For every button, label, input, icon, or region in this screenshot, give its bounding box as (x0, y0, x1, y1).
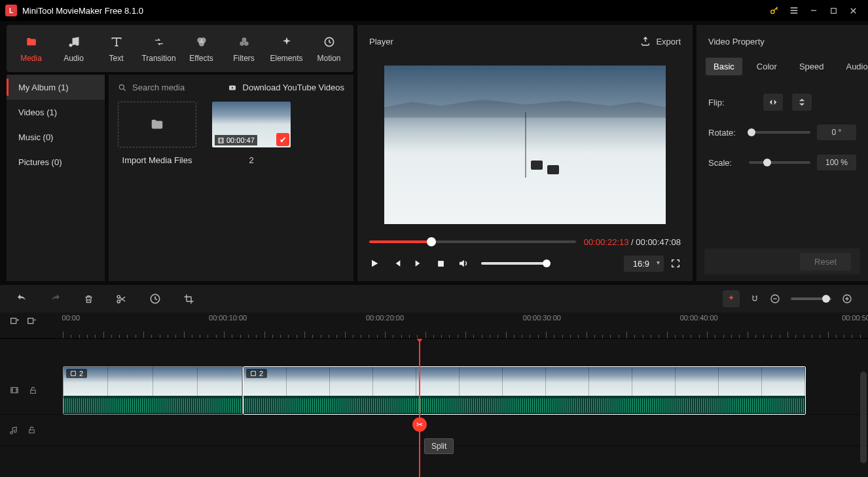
category-pictures[interactable]: Pictures (0) (7, 149, 105, 174)
svg-rect-24 (251, 372, 256, 376)
search-icon (118, 83, 127, 92)
properties-panel: Video Property Basic Color Speed Audio F… (696, 25, 868, 281)
youtube-icon (227, 84, 238, 92)
app-logo-icon: L (5, 5, 17, 16)
auto-adjust-button[interactable] (723, 290, 740, 307)
category-list: My Album (1) Videos (1) Music (0) Pictur… (7, 75, 105, 281)
flip-horizontal-button[interactable] (763, 94, 783, 111)
volume-button[interactable] (458, 258, 469, 269)
next-frame-button[interactable] (414, 258, 424, 269)
rotate-slider[interactable] (749, 131, 810, 134)
flip-vertical-button[interactable] (792, 94, 812, 111)
svg-rect-20 (28, 318, 33, 324)
prev-frame-button[interactable] (391, 258, 402, 269)
scale-value[interactable]: 100 % (817, 155, 856, 170)
text-icon (110, 35, 123, 49)
timeline-clip-2[interactable]: 2 (243, 366, 806, 415)
minimize-button[interactable] (804, 1, 823, 20)
tab-color[interactable]: Color (749, 58, 785, 75)
clip-duration-badge: 00:00:47 (215, 135, 257, 145)
flip-label: Flip: (708, 98, 749, 107)
tab-transition[interactable]: Transition (138, 28, 179, 69)
film-icon (217, 137, 225, 144)
volume-slider[interactable] (481, 262, 547, 265)
download-label: Download YouTube Videos (243, 83, 344, 92)
export-button[interactable]: Export (640, 36, 681, 47)
video-preview[interactable] (384, 66, 666, 224)
svg-rect-13 (438, 261, 444, 267)
remove-track-button[interactable] (26, 316, 37, 327)
license-key-icon[interactable] (765, 1, 784, 20)
properties-title: Video Property (708, 37, 765, 47)
seek-knob[interactable] (427, 237, 436, 246)
speed-button[interactable] (149, 293, 161, 305)
effects-icon (195, 35, 208, 49)
add-track-button[interactable] (9, 316, 20, 327)
magnet-button[interactable] (750, 294, 759, 304)
import-label: Import Media Files (122, 155, 192, 165)
timeline-scrollbar[interactable] (860, 372, 867, 463)
tab-elements[interactable]: Elements (266, 28, 307, 69)
timeline-toolbar (0, 285, 868, 313)
seek-bar[interactable] (369, 240, 576, 243)
tab-audio-prop[interactable]: Audio (838, 58, 868, 75)
crop-button[interactable] (183, 294, 194, 305)
svg-rect-19 (11, 318, 16, 324)
split-handle-icon[interactable]: ✂ (412, 417, 427, 432)
tab-text[interactable]: Text (96, 28, 137, 69)
menu-icon[interactable] (784, 1, 804, 20)
svg-rect-21 (11, 387, 18, 392)
tab-basic[interactable]: Basic (706, 58, 742, 75)
play-button[interactable] (369, 258, 380, 269)
tab-media[interactable]: Media (10, 28, 52, 69)
aspect-ratio-select[interactable]: 16:9 (624, 256, 664, 272)
tab-motion[interactable]: Motion (308, 28, 350, 69)
svg-rect-22 (31, 390, 36, 393)
lock-icon[interactable] (29, 385, 37, 395)
video-track-icon (9, 385, 20, 395)
redo-button[interactable] (50, 294, 62, 304)
download-youtube-link[interactable]: Download YouTube Videos (227, 83, 344, 92)
stop-button[interactable] (436, 259, 446, 269)
tab-audio[interactable]: Audio (53, 28, 94, 69)
maximize-button[interactable] (823, 1, 843, 20)
volume-knob[interactable] (543, 259, 551, 267)
category-label: Videos (1) (18, 107, 57, 117)
video-track[interactable]: 2 2 (0, 366, 868, 415)
player-panel: Player Export 00:00:22:13 / 00:00:47:08 (357, 25, 693, 281)
media-clip-thumbnail[interactable]: 00:00:47 ✔ (212, 102, 291, 147)
timeline-panel: 00:00 00:00:10:00 00:00:20:00 00:00:30:0… (0, 285, 868, 477)
category-music[interactable]: Music (0) (7, 124, 105, 149)
clip-badge: 2 (246, 369, 267, 378)
timeline-clip-1[interactable]: 2 (63, 366, 243, 415)
reset-button[interactable]: Reset (800, 253, 851, 271)
tab-label: Effects (189, 54, 213, 63)
tab-effects[interactable]: Effects (181, 28, 222, 69)
tab-filters[interactable]: Filters (223, 28, 264, 69)
playhead[interactable]: ✂ Split (419, 339, 420, 477)
rotate-value[interactable]: 0 ° (817, 124, 856, 140)
zoom-out-button[interactable] (770, 294, 780, 304)
fullscreen-button[interactable] (670, 258, 681, 269)
slider-knob[interactable] (748, 128, 755, 136)
zoom-knob[interactable] (822, 295, 830, 303)
import-media-button[interactable] (118, 102, 196, 147)
split-button[interactable] (116, 294, 127, 305)
delete-button[interactable] (84, 294, 94, 305)
tab-speed[interactable]: Speed (791, 58, 832, 75)
slider-knob[interactable] (763, 159, 771, 166)
undo-button[interactable] (16, 294, 27, 304)
lock-icon[interactable] (27, 425, 36, 436)
search-input[interactable]: Search media (118, 83, 185, 92)
zoom-slider[interactable] (791, 297, 831, 300)
svg-rect-25 (29, 429, 35, 432)
category-my-album[interactable]: My Album (1) (7, 75, 105, 100)
scale-slider[interactable] (749, 161, 810, 164)
tab-label: Filters (233, 54, 255, 63)
zoom-in-button[interactable] (842, 294, 852, 304)
timeline-ruler[interactable]: 00:00 00:00:10:00 00:00:20:00 00:00:30:0… (0, 313, 868, 339)
category-videos[interactable]: Videos (1) (7, 100, 105, 124)
close-button[interactable] (843, 1, 863, 20)
category-label: Music (0) (18, 132, 53, 142)
svg-point-7 (244, 41, 249, 46)
